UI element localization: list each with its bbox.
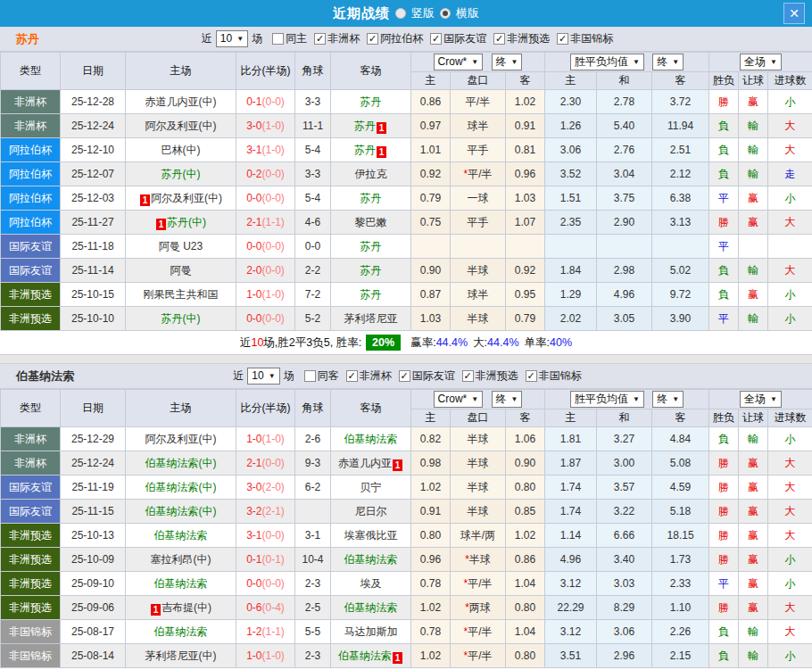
avg-draw-cell: 6.66 bbox=[597, 524, 652, 548]
col-away: 客场 bbox=[331, 53, 411, 90]
result-handicap-cell: 赢 bbox=[739, 500, 768, 524]
crown-away-odds-cell: 0.92 bbox=[506, 259, 545, 283]
result-handicap-cell: 輸 bbox=[739, 620, 768, 644]
competition-checkbox[interactable]: ✓ bbox=[462, 370, 474, 382]
competition-checkbox[interactable]: ✓ bbox=[367, 33, 378, 45]
avg-draw-cell: 3.57 bbox=[597, 476, 652, 500]
result-handicap-cell: 赢 bbox=[739, 596, 768, 620]
competition-label[interactable]: 非洲杯 bbox=[360, 368, 392, 384]
match-count-select[interactable]: 10▼ bbox=[216, 30, 248, 47]
fulltime-score: 0-2 bbox=[246, 168, 261, 180]
date-cell: 25-08-14 bbox=[61, 644, 126, 668]
competition-label[interactable]: 非洲预选 bbox=[507, 31, 550, 46]
result-goals-cell: 大 bbox=[768, 138, 812, 162]
vertical-layout-label[interactable]: 竖版 bbox=[411, 5, 435, 21]
summary-row: 近10场,胜2平3负5, 胜率: 20% 赢率:44.4% 大:44.4% 单率… bbox=[0, 331, 812, 355]
vertical-layout-radio[interactable] bbox=[395, 8, 406, 19]
same-venue-checkbox[interactable] bbox=[272, 33, 284, 45]
competition-checkbox[interactable]: ✓ bbox=[526, 370, 537, 382]
same-venue-label[interactable]: 同客 bbox=[318, 368, 339, 384]
horizontal-layout-label[interactable]: 横版 bbox=[456, 5, 479, 21]
score-cell: 1-0(1-0) bbox=[236, 283, 295, 307]
team-name-text: 伯基纳法索 bbox=[154, 625, 208, 638]
crown-home-odds-cell: 0.80 bbox=[411, 524, 451, 548]
competition-label[interactable]: 非国锦标 bbox=[539, 368, 582, 384]
final-handicap-select[interactable]: 终▼ bbox=[492, 54, 523, 70]
handicap-cell bbox=[451, 235, 506, 259]
chevron-down-icon: ▼ bbox=[236, 32, 244, 45]
horizontal-layout-radio[interactable] bbox=[440, 8, 451, 19]
avg-away-cell: 2.12 bbox=[652, 162, 709, 186]
crown-away-odds-cell: 1.02 bbox=[506, 90, 545, 114]
result-wdl-cell: 勝 bbox=[709, 548, 739, 572]
bookmaker-select[interactable]: Crow*▼ bbox=[434, 391, 484, 408]
result-wdl-cell: 負 bbox=[709, 114, 739, 138]
home-team-cell: 伯基纳法索(中) bbox=[126, 451, 236, 476]
fulltime-score: 3-2 bbox=[246, 505, 261, 517]
competition-label[interactable]: 非国锦标 bbox=[570, 31, 613, 46]
result-handicap-cell: 輸 bbox=[739, 114, 768, 138]
final-handicap-select[interactable]: 终▼ bbox=[492, 391, 523, 408]
competition-label[interactable]: 非洲杯 bbox=[327, 31, 360, 46]
handicap-text: 平/半 bbox=[468, 649, 492, 662]
score-cell: 2-1(0-0) bbox=[236, 451, 295, 476]
date-cell: 25-12-28 bbox=[61, 90, 126, 114]
result-group: 全场▼ bbox=[709, 390, 812, 409]
handicap-text: 平手 bbox=[468, 216, 489, 228]
competition-cell: 非洲杯 bbox=[1, 427, 61, 451]
bookmaker-select[interactable]: Crow*▼ bbox=[434, 54, 484, 70]
same-venue-label[interactable]: 同主 bbox=[286, 31, 307, 46]
fulltime-select[interactable]: 全场▼ bbox=[740, 54, 782, 70]
result-handicap-cell: 赢 bbox=[739, 476, 768, 500]
crown-home-odds-cell: 0.90 bbox=[411, 259, 451, 283]
date-cell: 25-10-10 bbox=[61, 307, 126, 331]
date-cell: 25-11-14 bbox=[61, 259, 126, 283]
crown-away-odds-cell: 1.02 bbox=[506, 524, 545, 548]
avg-away-cell: 5.08 bbox=[652, 451, 709, 476]
result-wdl-cell: 負 bbox=[709, 162, 739, 186]
competition-label[interactable]: 阿拉伯杯 bbox=[380, 31, 423, 46]
close-button[interactable]: ✕ bbox=[783, 3, 805, 24]
avg-draw-cell: 8.29 bbox=[597, 596, 652, 620]
final-wdl-select[interactable]: 终▼ bbox=[652, 54, 684, 70]
odds-average-select[interactable]: 胜平负均值▼ bbox=[570, 54, 644, 70]
handicap-cell: 半球 bbox=[451, 427, 506, 451]
avg-draw-cell: 5.40 bbox=[597, 114, 652, 138]
competition-checkbox[interactable]: ✓ bbox=[346, 370, 358, 382]
result-handicap-cell: 輸 bbox=[739, 307, 768, 331]
result-wdl-cell: 負 bbox=[709, 427, 739, 451]
team-title: 伯基纳法索 bbox=[16, 368, 74, 385]
subcol-home-odds: 主 bbox=[411, 72, 451, 90]
chevron-down-icon: ▼ bbox=[633, 55, 640, 69]
avg-home-cell: 1.51 bbox=[545, 186, 597, 211]
competition-label[interactable]: 非洲预选 bbox=[476, 368, 518, 384]
odds-average-select[interactable]: 胜平负均值▼ bbox=[570, 391, 644, 408]
away-team-cell: 伯基纳法索1 bbox=[331, 644, 411, 668]
competition-label[interactable]: 国际友谊 bbox=[412, 368, 455, 384]
avg-home-cell: 4.96 bbox=[545, 548, 597, 572]
final-wdl-select[interactable]: 终▼ bbox=[652, 391, 684, 408]
fulltime-score: 0-0 bbox=[246, 312, 261, 325]
competition-label[interactable]: 国际友谊 bbox=[443, 31, 486, 46]
fulltime-select[interactable]: 全场▼ bbox=[740, 391, 782, 408]
team-name-text: 伯基纳法索(中) bbox=[145, 457, 217, 469]
crown-home-odds-cell: 1.02 bbox=[411, 596, 451, 620]
score-cell: 0-0(0-0) bbox=[236, 186, 295, 211]
team-name-text: 黎巴嫩 bbox=[355, 216, 387, 228]
avg-home-cell: 1.74 bbox=[545, 500, 597, 524]
competition-cell: 非洲预选 bbox=[1, 548, 61, 572]
same-venue-checkbox[interactable] bbox=[304, 370, 316, 382]
competition-checkbox[interactable]: ✓ bbox=[430, 33, 442, 45]
fulltime-score: 1-0 bbox=[246, 649, 261, 662]
competition-checkbox[interactable]: ✓ bbox=[314, 33, 326, 45]
home-team-cell: 苏丹(中) bbox=[126, 307, 236, 331]
crown-away-odds-cell: 0.95 bbox=[506, 283, 545, 307]
competition-checkbox[interactable]: ✓ bbox=[557, 33, 568, 45]
avg-away-cell: 2.26 bbox=[652, 620, 709, 644]
competition-checkbox[interactable]: ✓ bbox=[399, 370, 410, 382]
result-wdl-cell: 勝 bbox=[709, 500, 739, 524]
competition-checkbox[interactable]: ✓ bbox=[493, 33, 505, 45]
corner-cell bbox=[295, 500, 331, 524]
match-count-select[interactable]: 10▼ bbox=[247, 368, 279, 385]
handicap-text: 半球 bbox=[468, 505, 489, 517]
